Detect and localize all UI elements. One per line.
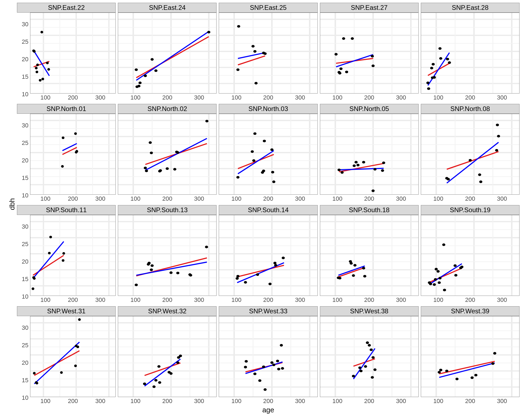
svg-point-344 [363,275,366,278]
svg-point-496 [439,369,442,371]
svg-point-92 [339,68,342,70]
svg-point-119 [433,76,436,79]
svg-point-244 [479,180,482,183]
svg-point-338 [338,277,341,279]
x-ticks: 100200300 [118,397,217,405]
svg-line-413 [145,363,180,376]
facet-panel: SNP.North.05100200300 [320,104,419,203]
svg-line-41 [136,32,209,81]
facet-strip: SNP.East.28 [421,3,520,13]
svg-point-416 [153,386,156,388]
svg-point-242 [469,159,472,162]
svg-point-121 [439,57,442,60]
svg-point-93 [342,37,345,40]
svg-point-316 [256,273,259,276]
svg-point-24 [46,62,49,64]
svg-line-468 [353,349,375,379]
plot-panel [30,215,116,296]
svg-point-67 [237,25,240,28]
svg-line-160 [145,139,207,170]
facet-strip: SNP.West.38 [320,306,419,316]
svg-point-269 [62,259,65,262]
svg-point-287 [135,284,138,286]
svg-point-49 [207,31,210,33]
x-ticks: 100200300 [421,94,520,102]
x-ticks: 100200300 [421,296,520,304]
svg-point-270 [62,252,65,255]
plot-panel [118,215,217,296]
facet-strip: SNP.South.18 [320,205,419,215]
x-ticks: 100200300 [118,94,217,102]
svg-line-311 [237,266,284,277]
svg-point-313 [236,277,239,280]
plot-panel [219,13,317,94]
plot-panel [421,316,520,397]
svg-point-477 [371,356,374,359]
svg-point-17 [33,50,36,53]
x-ticks: 100200300 [118,296,217,304]
svg-point-195 [270,148,273,151]
svg-point-44 [137,85,140,87]
facet-panel: SNP.North.08100200300 [421,104,520,203]
facet-strip: SNP.West.31 [17,306,116,316]
svg-point-478 [373,369,376,371]
svg-point-70 [255,82,258,84]
svg-point-215 [340,171,343,174]
svg-point-471 [359,370,362,372]
svg-point-418 [158,365,161,368]
svg-point-367 [438,281,441,284]
plot-panel [421,114,520,195]
svg-point-218 [356,164,359,166]
y-ticks: 3025201510 [17,13,30,102]
svg-point-441 [244,366,247,368]
svg-point-340 [349,262,352,265]
facet-panel: SNP.North.013025201510100200300 [17,104,116,203]
svg-point-95 [351,37,354,40]
svg-point-472 [364,365,367,368]
facet-strip: SNP.South.19 [421,205,520,215]
svg-point-188 [237,176,240,179]
plot-panel [421,13,520,94]
facet-strip: SNP.North.01 [17,104,116,114]
svg-point-364 [434,278,437,281]
svg-point-168 [173,168,176,171]
svg-point-222 [381,169,384,172]
plot-panel [30,13,116,94]
svg-line-187 [238,151,274,174]
x-ticks: 100200300 [320,195,419,203]
x-axis-label: age [17,405,520,415]
svg-point-452 [281,367,284,370]
facet-panel: SNP.West.33100200300 [219,306,317,405]
svg-line-263 [33,242,64,279]
svg-point-391 [33,372,36,375]
svg-point-116 [430,67,433,69]
facet-strip: SNP.South.13 [118,205,217,215]
x-ticks: 100200300 [421,195,520,203]
x-ticks: 100200300 [219,195,317,203]
y-ticks: 3025201510 [17,316,30,405]
svg-point-363 [433,283,436,286]
facet-panel: SNP.West.32100200300 [118,306,217,405]
facet-panel: SNP.South.19100200300 [421,205,520,304]
facet-grid: SNP.East.223025201510100200300SNP.East.2… [17,3,520,405]
svg-point-421 [170,372,173,375]
svg-point-443 [253,373,256,375]
svg-point-241 [447,178,450,180]
facet-strip: SNP.West.32 [118,306,217,316]
svg-point-498 [455,378,458,380]
svg-point-397 [77,346,79,348]
svg-point-318 [273,262,276,264]
svg-point-475 [369,349,372,351]
svg-point-502 [493,352,496,355]
svg-point-161 [144,167,147,169]
facet-panel: SNP.East.28100200300 [421,3,520,102]
svg-point-369 [442,244,445,246]
x-ticks: 100200300 [219,296,317,304]
svg-point-289 [148,262,151,264]
facet-panel: SNP.South.18100200300 [320,205,419,304]
x-ticks: 100200300 [219,94,317,102]
svg-point-91 [338,72,341,74]
svg-point-94 [345,71,348,73]
svg-point-247 [497,135,500,138]
svg-point-45 [139,82,142,84]
